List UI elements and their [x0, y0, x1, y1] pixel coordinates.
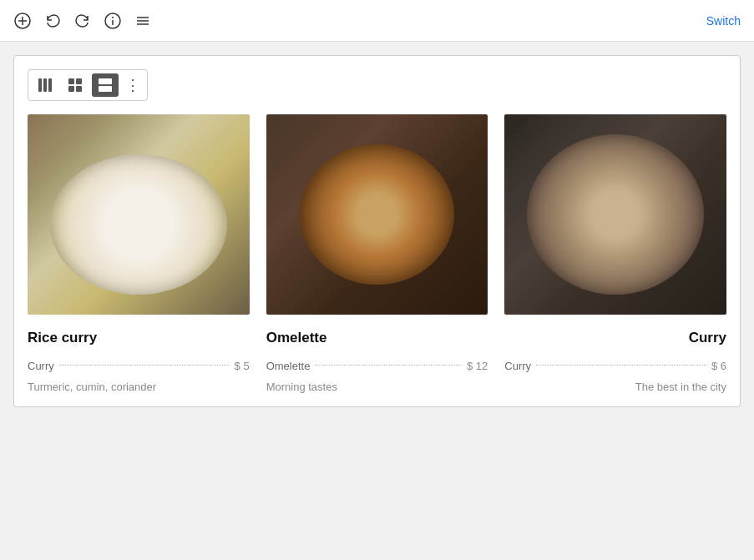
cards-grid: Rice curry Curry $ 5 Turmeric, cumin, co…: [28, 114, 726, 393]
card-subtitle-rice-curry: Turmeric, cumin, coriander: [28, 381, 250, 393]
info-icon[interactable]: [104, 12, 122, 30]
card-price-row-curry: Curry $ 6: [504, 360, 726, 372]
card-price-rice-curry: $ 5: [235, 360, 250, 372]
card-title-rice-curry: Rice curry: [28, 330, 250, 346]
card-image-rice-curry: [28, 114, 250, 315]
card-title-omelette: Omelette: [266, 330, 488, 346]
card-label-omelette: Omelette: [266, 360, 311, 372]
svg-rect-15: [76, 86, 82, 92]
view-grid2-button[interactable]: [62, 73, 89, 97]
more-options-icon[interactable]: ⋮: [122, 76, 144, 94]
card-price-row-omelette: Omelette $ 12: [266, 360, 488, 372]
top-bar: Switch: [0, 0, 754, 42]
switch-link[interactable]: Switch: [706, 14, 741, 28]
card-subtitle-omelette: Morning tastes: [266, 381, 488, 393]
card-image-omelette: [266, 114, 488, 315]
svg-rect-17: [99, 86, 112, 92]
svg-rect-10: [43, 78, 47, 92]
top-bar-left: [13, 12, 152, 30]
view-grid3-button[interactable]: [32, 73, 58, 97]
card-label-curry: Curry: [504, 360, 531, 372]
card-rice-curry: Rice curry Curry $ 5 Turmeric, cumin, co…: [28, 114, 250, 393]
view-toolbar: ⋮: [28, 69, 148, 101]
card-price-row-rice-curry: Curry $ 5: [28, 360, 250, 372]
card-curry: Curry Curry $ 6 The best in the city: [504, 114, 726, 393]
card-dots-omelette: [315, 365, 462, 366]
svg-rect-9: [38, 78, 42, 92]
card-title-curry: Curry: [504, 330, 726, 346]
card-label-rice-curry: Curry: [28, 360, 54, 372]
svg-rect-13: [76, 78, 82, 84]
svg-rect-16: [99, 78, 112, 84]
card-subtitle-curry: The best in the city: [504, 381, 726, 393]
card-price-curry: $ 6: [711, 360, 726, 372]
main-container: ⋮ Rice curry Curry $ 5 Turmeric, cumin, …: [13, 55, 741, 407]
svg-rect-12: [68, 78, 74, 84]
svg-point-5: [112, 17, 114, 18]
view-block-button[interactable]: [92, 73, 119, 97]
undo-icon[interactable]: [43, 12, 62, 30]
redo-icon[interactable]: [73, 12, 92, 30]
card-price-omelette: $ 12: [467, 360, 488, 372]
svg-rect-11: [48, 78, 52, 92]
card-dots-curry: [536, 365, 706, 366]
card-image-curry: [504, 114, 726, 315]
svg-rect-14: [68, 86, 74, 92]
card-dots-rice-curry: [59, 365, 230, 366]
menu-icon[interactable]: [134, 12, 152, 30]
card-omelette: Omelette Omelette $ 12 Morning tastes: [266, 114, 488, 393]
add-icon[interactable]: [13, 12, 32, 30]
